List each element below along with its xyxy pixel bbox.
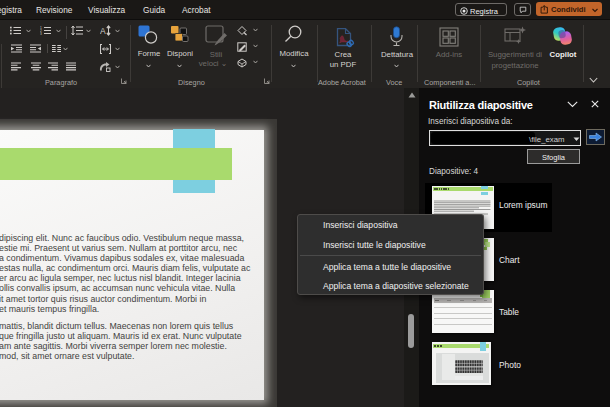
svg-text:A: A [100,26,106,36]
svg-text:3: 3 [40,32,42,35]
